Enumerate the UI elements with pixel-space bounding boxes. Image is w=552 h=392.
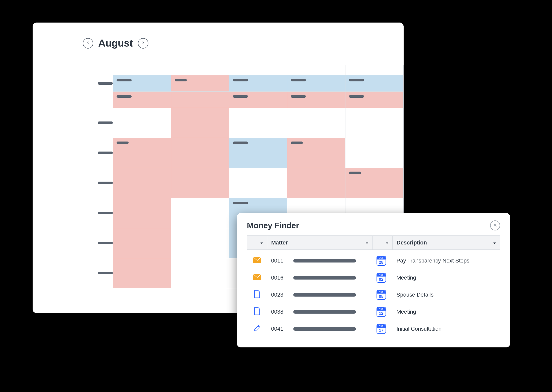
date-day: 28 [377,259,386,265]
calendar-cell[interactable] [171,65,229,75]
calendar-cell[interactable] [171,138,229,168]
side-label [98,138,113,168]
calendar-header: August [33,23,404,56]
table-row[interactable]: 0023 Aug 05 Spouse Details [247,286,500,303]
calendar-cell[interactable] [345,65,404,75]
calendar-cell[interactable] [345,168,404,198]
calendar-prev-button[interactable] [83,38,93,49]
matter-placeholder-bar [293,276,356,280]
calendar-cell[interactable] [229,168,287,198]
date-month: Aug [377,290,386,294]
matter-placeholder-bar [293,293,356,297]
matter-placeholder-bar [293,327,356,331]
row-date-cell: Aug 17 [373,320,393,337]
calendar-cell[interactable] [287,65,345,75]
matter-id: 0023 [271,292,289,298]
svg-marker-3 [366,242,368,244]
calendar-cell[interactable] [345,108,404,138]
calendar-cell[interactable] [171,198,229,228]
calendar-cell[interactable] [113,228,171,258]
caret-down-icon [260,239,263,246]
money-finder-table: Matter Description 0011 [247,235,500,337]
calendar-next-button[interactable] [138,38,148,49]
row-date-cell: Aug 12 [373,303,393,320]
document-icon [253,290,261,298]
row-type-cell [247,286,267,303]
calendar-cell[interactable] [229,138,287,168]
calendar-cell[interactable] [287,168,345,198]
date-chip: Aug 17 [377,324,386,334]
side-label [98,198,113,228]
calendar-cell[interactable] [113,168,171,198]
calendar-event[interactable] [229,75,287,92]
calendar-event[interactable] [113,75,171,92]
date-chip: Aug 02 [377,273,386,283]
calendar-event[interactable] [345,75,404,92]
svg-marker-2 [260,242,263,244]
calendar-cell[interactable] [345,138,404,168]
caret-down-icon [493,239,496,246]
column-header-type[interactable] [247,236,267,250]
calendar-month-title: August [98,38,133,49]
description-text: Pay Transparency Next Steps [397,257,470,264]
calendar-cell[interactable] [171,258,229,288]
row-type-cell [247,250,267,270]
row-matter-cell: 0038 [267,303,373,320]
money-finder-panel: Money Finder Matter Description [237,213,510,347]
column-header-matter[interactable]: Matter [267,236,373,250]
date-day: 17 [377,328,386,333]
calendar-cell[interactable] [287,138,345,168]
calendar-cell[interactable] [171,108,229,138]
pencil-icon [253,324,261,332]
date-month: Aug [377,324,386,328]
matter-placeholder-bar [293,310,356,314]
date-chip: Aug 12 [377,307,386,317]
table-row[interactable]: 0041 Aug 17 Initial Consultation [247,320,500,337]
calendar-cell[interactable] [113,198,171,228]
calendar-event[interactable] [287,92,345,108]
calendar-cell[interactable] [113,108,171,138]
calendar-cell[interactable] [113,138,171,168]
calendar-cell[interactable] [287,108,345,138]
calendar-event[interactable] [345,92,404,108]
calendar-cell[interactable] [113,65,171,75]
chevron-left-icon [86,41,90,46]
money-finder-close-button[interactable] [490,220,500,230]
matter-id: 0041 [271,326,289,332]
calendar-event[interactable] [113,92,171,108]
calendar-event[interactable] [229,92,287,108]
calendar-cell[interactable] [171,228,229,258]
calendar-event[interactable] [171,75,229,92]
column-header-label: Description [397,239,427,246]
calendar-cell[interactable] [229,65,287,75]
close-icon [493,223,497,228]
date-day: 02 [377,277,386,282]
calendar-cell[interactable] [171,168,229,198]
row-type-cell [247,269,267,286]
document-icon [253,307,261,315]
svg-marker-4 [386,242,388,244]
side-label [98,258,113,288]
row-description-cell: Spouse Details [393,286,500,303]
side-label [98,75,113,91]
column-header-date[interactable] [373,236,393,250]
matter-id: 0016 [271,275,289,281]
row-matter-cell: 0016 [267,269,373,286]
date-month: Aug [377,273,386,277]
table-row[interactable]: 0038 Aug 12 Meeting [247,303,500,320]
table-row[interactable]: 0011 Jul 28 Pay Transparency Next Steps [247,250,500,270]
calendar-event[interactable] [287,75,345,92]
calendar-cell[interactable] [113,258,171,288]
matter-id: 0038 [271,309,289,315]
date-month: Jul [377,256,386,259]
calendar-cell[interactable] [229,108,287,138]
date-chip: Aug 05 [377,290,386,300]
date-day: 12 [377,311,386,316]
table-row[interactable]: 0016 Aug 02 Meeting [247,269,500,286]
column-header-description[interactable]: Description [393,236,500,250]
row-matter-cell: 0011 [267,250,373,270]
description-text: Meeting [397,309,416,315]
side-label [98,168,113,198]
money-finder-title: Money Finder [247,221,299,230]
calendar-event[interactable] [171,92,229,108]
